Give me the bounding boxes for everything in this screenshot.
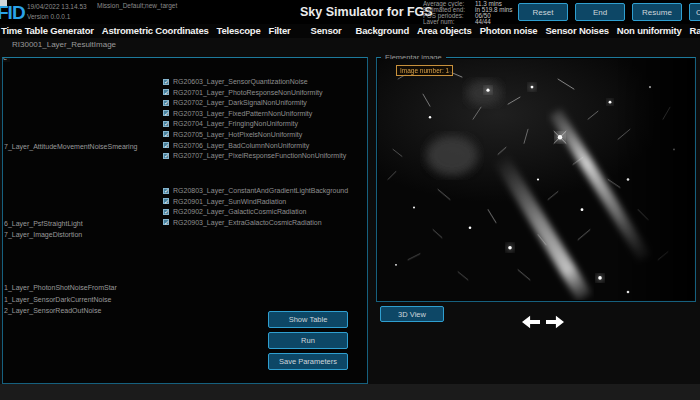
- checkbox-icon[interactable]: [163, 209, 169, 215]
- checkbox-row-galactic-cosmic-radiation[interactable]: RG20902_Layer_GalacticCosmicRadiation: [163, 208, 348, 215]
- end-button[interactable]: End: [575, 3, 625, 21]
- layers-panel-title-cut: e: [3, 57, 10, 62]
- clipped-button[interactable]: C: [689, 3, 700, 21]
- menu-item-sensor[interactable]: Sensor: [311, 25, 342, 38]
- reset-button[interactable]: Reset: [518, 3, 568, 21]
- menu-item-area-objects[interactable]: Area objects: [417, 25, 472, 38]
- elemental-image-panel: Elementar image: [376, 57, 696, 302]
- layer-label-image-distortion: 7_Layer_ImageDistortion: [4, 231, 82, 238]
- show-table-button[interactable]: Show Table: [268, 311, 348, 328]
- checkbox-row-extra-galacto-cosmic-radiation[interactable]: RG20903_Layer_ExtraGalactoCosmicRadiatio…: [163, 219, 348, 226]
- image-number-chip[interactable]: Image number: 1: [396, 65, 453, 76]
- tab-result-image-layer[interactable]: RI30001_Layer_ResultImage: [12, 40, 116, 49]
- app-window: FID 19/04/2022 13.14.53 Version 0.0.0.1 …: [0, 0, 700, 400]
- checkbox-row-constant-gradient-light[interactable]: RG20803_Layer_ConstantAndGradientLightBa…: [163, 187, 348, 194]
- layer-label-psf-straight-light: 6_Layer_PsfStraightLight: [4, 220, 83, 227]
- menu-item-filter[interactable]: Filter: [269, 25, 291, 38]
- checkbox-icon[interactable]: [163, 188, 169, 194]
- checkbox-icon[interactable]: [163, 121, 169, 127]
- checkbox-row-pixel-response-function[interactable]: RG20707_Layer_PixelResponseFunctionNonUn…: [163, 152, 346, 159]
- checkbox-icon[interactable]: [163, 89, 169, 95]
- star-field-rendering: [378, 59, 694, 300]
- checkbox-row-sensor-quantization-noise[interactable]: RG20603_Layer_SensorQuantizationNoise: [163, 78, 346, 85]
- layer-label-attitude-movement: 7_Layer_AttitudeMovementNoiseSmearing: [4, 143, 137, 150]
- layers-panel: e 7_Layer_AttitudeMovementNoiseSmearing …: [2, 57, 368, 384]
- layer-label-readout-noise: 2_Layer_SensorReadOutNoise: [4, 307, 101, 314]
- checkbox-row-fixed-pattern-nonuniformity[interactable]: RG20703_Layer_FixedPatternNonUniformity: [163, 110, 346, 117]
- menu-item-sensor-noises[interactable]: Sensor Noises: [545, 25, 608, 38]
- checkbox-icon[interactable]: [163, 100, 169, 106]
- checkbox-row-dark-signal-nonuniformity[interactable]: RG20702_Layer_DarkSignalNonUniformity: [163, 99, 346, 106]
- menu-bar: Time Table Generator Astrometric Coordin…: [0, 24, 700, 38]
- checkbox-icon[interactable]: [163, 153, 169, 159]
- version-label: Version 0.0.0.1: [27, 13, 70, 20]
- arrow-right-icon[interactable]: [546, 315, 564, 329]
- save-parameters-button[interactable]: Save Parameters: [268, 353, 348, 370]
- mission-label: Mission_Default;new_target: [97, 2, 177, 9]
- menu-item-telescope[interactable]: Telescope: [217, 25, 261, 38]
- app-title: Sky Simulator for FGS: [300, 5, 433, 19]
- menu-item-non-uniformity[interactable]: Non uniformity: [617, 25, 682, 38]
- checkbox-row-fringing-nonuniformity[interactable]: RG20704_Layer_FringingNonUniformity: [163, 120, 346, 127]
- checkbox-row-hot-pixels-nonuniformity[interactable]: RG20705_Layer_HotPixelsNonUniformity: [163, 131, 346, 138]
- checkbox-row-sun-wind-radiation[interactable]: RG20901_Layer_SunWindRadiation: [163, 198, 348, 205]
- datetime-label: 19/04/2022 13.14.53: [27, 3, 87, 10]
- bottom-strip: [0, 384, 700, 400]
- checkbox-icon[interactable]: [163, 79, 169, 85]
- checkbox-icon[interactable]: [163, 219, 169, 225]
- checkbox-icon[interactable]: [163, 142, 169, 148]
- app-logo: FID: [0, 2, 25, 24]
- resume-button[interactable]: Resume: [632, 3, 682, 21]
- 3d-view-button[interactable]: 3D View: [380, 306, 444, 322]
- menu-item-time-table-generator[interactable]: Time Table Generator: [1, 25, 94, 38]
- background-layer-checkbox-group: RG20803_Layer_ConstantAndGradientLightBa…: [163, 187, 348, 229]
- checkbox-icon[interactable]: [163, 198, 169, 204]
- arrow-left-icon[interactable]: [522, 315, 540, 329]
- status-block: Average cycle: 11.3 mins Estimated end: …: [423, 1, 512, 25]
- layer-label-photon-shot-noise: 1_Layer_PhotonShotNoiseFromStar: [4, 284, 117, 291]
- layer-label-dark-current-noise: 1_Layer_SensorDarkCurrentNoise: [4, 296, 111, 303]
- menu-item-background[interactable]: Background: [356, 25, 409, 38]
- left-panel-buttons: Show Table Run Save Parameters: [268, 311, 348, 370]
- menu-item-photon-noise[interactable]: Photon noise: [480, 25, 538, 38]
- checkbox-icon[interactable]: [163, 131, 169, 137]
- checkbox-icon[interactable]: [163, 110, 169, 116]
- app-header: FID 19/04/2022 13.14.53 Version 0.0.0.1 …: [0, 0, 700, 24]
- run-button[interactable]: Run: [268, 332, 348, 349]
- checkbox-row-photo-response-nonuniformity[interactable]: RG20701_Layer_PhotoResponseNonUniformity: [163, 89, 346, 96]
- star-field-image: Image number: 1: [378, 59, 694, 300]
- checkbox-row-bad-column-nonuniformity[interactable]: RG20706_Layer_BadColumnNonUniformity: [163, 142, 346, 149]
- header-buttons: Reset End Resume C: [518, 3, 700, 21]
- noise-layer-checkbox-group: RG20603_Layer_SensorQuantizationNoise RG…: [163, 78, 346, 163]
- menu-item-astrometric-coordinates[interactable]: Astrometric Coordinates: [102, 25, 209, 38]
- menu-item-radiation-noise[interactable]: Radiation noise: [690, 25, 700, 38]
